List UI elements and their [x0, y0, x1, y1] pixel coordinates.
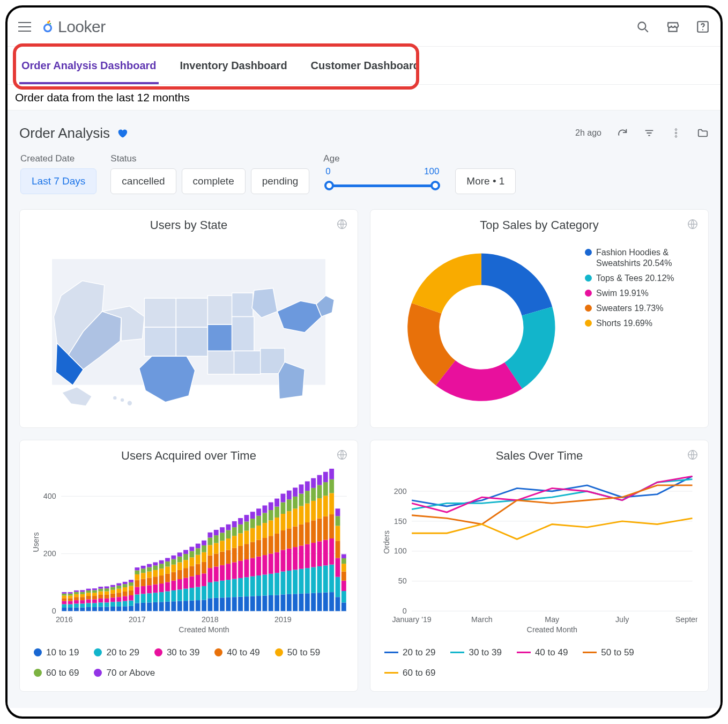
svg-rect-152 [147, 564, 152, 567]
svg-rect-272 [256, 596, 261, 611]
svg-rect-221 [207, 538, 212, 545]
age-range-slider[interactable]: 0 100 [323, 168, 441, 194]
svg-rect-186 [177, 557, 182, 563]
svg-rect-75 [80, 590, 85, 592]
svg-rect-225 [214, 567, 219, 582]
svg-rect-28 [232, 316, 254, 351]
svg-rect-226 [214, 554, 219, 567]
svg-point-37 [113, 396, 117, 400]
svg-rect-156 [153, 577, 158, 585]
filter-icon[interactable] [643, 127, 655, 139]
tile-actions-icon[interactable] [687, 449, 699, 461]
tab-customer-dashboard[interactable]: Customer Dashboard [310, 48, 421, 84]
svg-text:50: 50 [398, 577, 407, 586]
svg-rect-344 [317, 542, 322, 567]
svg-text:2016: 2016 [56, 616, 73, 624]
svg-rect-338 [311, 521, 316, 543]
help-icon[interactable] [696, 20, 710, 34]
svg-text:2017: 2017 [129, 616, 146, 624]
svg-rect-178 [171, 565, 176, 572]
svg-rect-180 [171, 556, 176, 559]
tile-actions-icon[interactable] [336, 449, 348, 461]
svg-rect-240 [226, 550, 231, 564]
search-icon[interactable] [636, 20, 650, 34]
hamburger-menu-icon[interactable] [18, 22, 31, 32]
svg-rect-275 [256, 540, 261, 557]
filter-status-chip-cancelled[interactable]: cancelled [110, 168, 176, 194]
marketplace-icon[interactable] [666, 20, 680, 34]
more-filters-button[interactable]: More • 1 [455, 168, 516, 194]
svg-rect-100 [105, 595, 109, 599]
legend-item: 70 or Above [94, 668, 155, 678]
svg-rect-354 [323, 482, 328, 496]
svg-point-12 [675, 132, 677, 134]
svg-rect-302 [281, 550, 286, 572]
filter-status-chip-complete[interactable]: complete [182, 168, 246, 194]
svg-rect-246 [232, 563, 237, 579]
svg-rect-253 [238, 561, 243, 578]
filter-created-date-chip[interactable]: Last 7 Days [20, 168, 96, 194]
svg-rect-234 [220, 541, 225, 552]
svg-rect-115 [116, 589, 121, 593]
svg-rect-284 [263, 513, 268, 523]
tile-actions-icon[interactable] [336, 218, 348, 230]
svg-rect-197 [189, 577, 194, 588]
tab-inventory-dashboard[interactable]: Inventory Dashboard [179, 48, 288, 84]
svg-rect-110 [110, 585, 115, 587]
svg-point-4 [638, 22, 645, 29]
svg-text:Orders: Orders [382, 531, 391, 555]
svg-rect-95 [98, 589, 103, 592]
svg-rect-346 [317, 498, 322, 518]
svg-rect-23 [176, 327, 207, 356]
svg-rect-329 [305, 568, 310, 593]
svg-rect-249 [232, 527, 237, 536]
svg-rect-187 [177, 553, 182, 557]
svg-rect-243 [226, 524, 231, 530]
svg-rect-147 [147, 594, 152, 603]
legend-item: 20 to 29 [94, 647, 139, 658]
svg-rect-201 [189, 547, 194, 551]
svg-rect-183 [177, 579, 182, 589]
svg-rect-231 [220, 581, 225, 598]
svg-rect-356 [329, 592, 334, 611]
svg-rect-247 [232, 548, 237, 563]
tab-order-analysis-dashboard[interactable]: Order Analysis Dashboard [20, 48, 158, 84]
svg-rect-193 [183, 554, 188, 560]
favorite-icon[interactable] [116, 127, 128, 139]
folder-icon[interactable] [697, 127, 709, 139]
brand-logo[interactable]: Looker [41, 18, 106, 36]
svg-rect-153 [153, 602, 158, 611]
svg-rect-137 [135, 571, 139, 574]
updated-ago: 2h ago [575, 128, 601, 138]
filter-status-chip-pending[interactable]: pending [251, 168, 310, 194]
svg-rect-359 [329, 514, 334, 538]
svg-rect-119 [123, 601, 128, 607]
svg-rect-242 [226, 530, 231, 539]
svg-rect-265 [250, 596, 255, 611]
card-users-acquired: Users Acquired over Time 020040020162017… [19, 440, 358, 692]
svg-rect-238 [226, 580, 231, 597]
svg-rect-348 [317, 475, 322, 485]
svg-rect-363 [336, 597, 340, 611]
svg-rect-267 [250, 558, 255, 577]
tile-actions-icon[interactable] [687, 218, 699, 230]
svg-rect-205 [196, 564, 200, 575]
svg-rect-296 [274, 534, 279, 552]
svg-rect-368 [336, 516, 340, 526]
overflow-menu-icon[interactable] [670, 127, 682, 139]
svg-rect-311 [287, 512, 292, 529]
svg-rect-274 [256, 557, 261, 575]
svg-text:150: 150 [394, 517, 407, 526]
svg-rect-87 [92, 593, 97, 596]
svg-rect-25 [207, 295, 232, 324]
svg-rect-222 [207, 533, 212, 538]
svg-rect-184 [177, 570, 182, 579]
svg-rect-116 [116, 586, 121, 589]
refresh-icon[interactable] [616, 127, 628, 139]
svg-rect-287 [269, 574, 273, 595]
svg-rect-163 [159, 575, 164, 583]
legend-item: Swim 19.91% [585, 288, 697, 299]
svg-rect-91 [98, 603, 103, 607]
svg-rect-294 [274, 573, 279, 595]
svg-rect-121 [123, 592, 128, 596]
